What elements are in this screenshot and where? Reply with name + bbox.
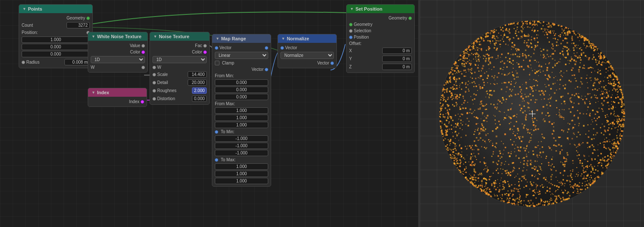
detail-input[interactable] [188,79,207,86]
to-min-socket[interactable] [215,130,218,134]
scale-socket[interactable] [153,73,156,76]
svg-rect-596 [466,149,467,149]
linear-select[interactable]: Linear Stepped [215,52,268,59]
from-min-x[interactable] [215,79,268,86]
collapse-arrow-nt[interactable]: ▼ [153,34,157,39]
nt-dimension-select[interactable]: 1D 2D 3D 4D [153,56,207,63]
svg-rect-1909 [611,157,612,159]
radius-input[interactable] [64,59,90,65]
node-editor[interactable]: ▼ Points Geometry Count Position: [0,0,418,227]
index-socket[interactable] [141,100,144,104]
collapse-arrow-norm[interactable]: ▼ [281,36,285,41]
color-socket[interactable] [142,50,145,54]
to-min-z[interactable] [215,150,268,156]
sp-offset-z-input[interactable] [382,64,412,70]
roughness-socket[interactable] [153,89,156,92]
sp-offset-x-input[interactable] [382,48,412,54]
sp-selection-socket[interactable] [349,29,353,33]
fac-socket[interactable] [203,44,207,48]
nt-color-output-row: Color [153,49,207,55]
detail-socket[interactable] [153,81,156,84]
pos-z-input[interactable] [22,51,90,57]
svg-rect-1516 [566,198,568,200]
collapse-arrow-idx[interactable]: ▼ [92,90,95,95]
mr-vector-out-socket[interactable] [265,46,268,50]
svg-rect-1118 [568,108,569,109]
svg-rect-1607 [483,105,484,106]
svg-rect-2708 [489,33,489,34]
distortion-input[interactable] [192,95,207,102]
svg-rect-2791 [541,146,543,148]
svg-rect-1630 [549,62,550,63]
svg-rect-2233 [458,60,459,61]
to-max-x[interactable] [215,163,268,170]
nt-w-in-socket[interactable] [153,66,156,69]
collapse-arrow-sp[interactable]: ▼ [350,7,354,11]
normalize-select[interactable]: Normalize [280,52,334,59]
mr-vector-in-socket[interactable] [215,46,218,50]
viewport[interactable] [420,0,644,227]
svg-rect-2156 [498,191,500,192]
geometry-socket[interactable] [86,17,90,20]
to-max-z[interactable] [215,178,268,184]
collapse-arrow-wn[interactable]: ▼ [92,34,95,39]
svg-rect-2112 [581,35,582,36]
sp-geo-out-socket[interactable] [408,17,412,20]
svg-rect-153 [590,164,591,165]
from-max-y[interactable] [215,115,268,121]
svg-rect-594 [511,90,512,92]
vector-out-socket-2[interactable] [265,68,268,71]
svg-rect-2715 [600,162,600,163]
scale-input[interactable] [188,71,207,78]
distortion-socket[interactable] [153,97,156,101]
nt-color-socket[interactable] [203,50,207,54]
radius-socket[interactable] [22,61,25,64]
collapse-arrow[interactable]: ▼ [22,7,26,11]
svg-rect-2301 [445,82,446,83]
pos-x-input[interactable] [22,36,90,43]
norm-vector-out-socket[interactable] [330,62,334,65]
sp-geo-in-socket[interactable] [349,23,353,26]
value-socket[interactable] [142,44,145,48]
svg-rect-690 [583,113,584,114]
svg-rect-1071 [564,183,566,184]
to-min-x[interactable] [215,135,268,142]
svg-rect-341 [564,200,564,201]
svg-rect-2781 [453,63,455,64]
from-min-z[interactable] [215,94,268,100]
count-input[interactable] [67,22,90,28]
svg-rect-957 [516,82,516,83]
from-max-x[interactable] [215,107,268,114]
mr-vector-in-label: Vector [219,45,231,50]
to-max-y[interactable] [215,171,268,177]
norm-vector-in-socket[interactable] [280,46,284,50]
svg-rect-1454 [613,111,614,112]
svg-rect-1137 [608,127,609,129]
sp-offset-y-input[interactable] [382,56,412,62]
pos-y-input[interactable] [22,44,90,50]
svg-rect-791 [525,21,526,22]
svg-rect-2307 [621,130,622,132]
to-max-socket[interactable] [215,158,218,162]
svg-rect-2063 [488,187,489,188]
svg-rect-1632 [476,146,477,147]
clamp-checkbox[interactable] [215,61,219,65]
svg-rect-2683 [529,60,530,62]
dimension-select[interactable]: 1D 2D 3D 4D [91,56,145,63]
roughness-input[interactable] [192,87,207,94]
collapse-arrow-mr[interactable]: ▼ [216,36,219,41]
svg-rect-1987 [479,108,480,109]
to-min-y[interactable] [215,143,268,149]
svg-rect-1895 [570,111,572,113]
sp-position-socket[interactable] [349,36,353,39]
from-min-y[interactable] [215,87,268,93]
svg-rect-2269 [597,64,598,65]
svg-rect-1864 [504,182,506,183]
svg-rect-480 [502,184,504,185]
from-max-z[interactable] [215,122,268,128]
svg-rect-1320 [548,165,550,166]
w-socket[interactable] [142,66,145,69]
svg-rect-389 [556,107,557,108]
svg-rect-123 [531,162,532,163]
svg-rect-171 [497,126,498,128]
